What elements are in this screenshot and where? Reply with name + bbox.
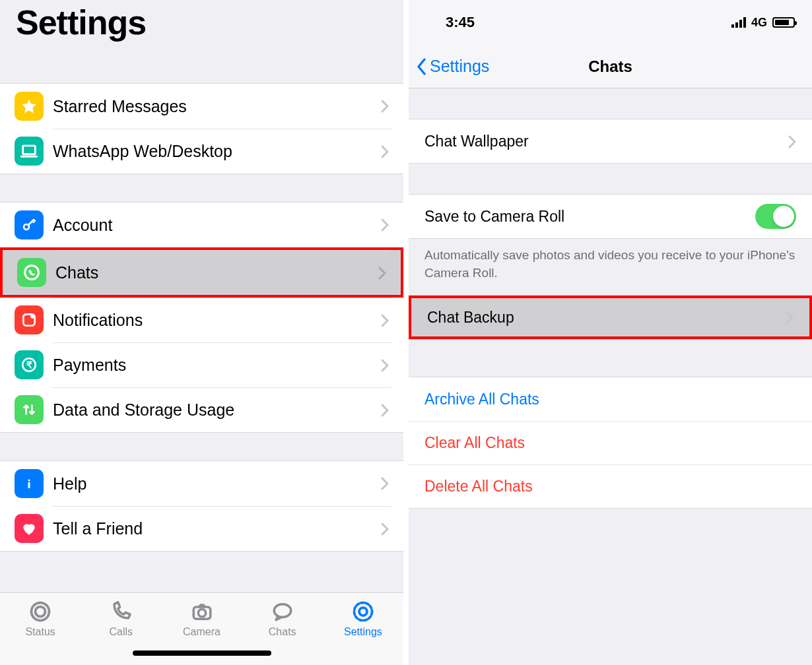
chevron-right-icon [381,404,389,417]
svg-point-5 [30,314,34,319]
tab-label: Settings [344,626,382,638]
battery-icon [772,17,795,28]
settings-row-starred-messages[interactable]: Starred Messages [0,84,403,129]
camera-icon [189,600,215,623]
row-label: Notifications [53,311,381,330]
status-icon [27,600,53,623]
chevron-right-icon [381,100,389,113]
chevron-right-icon [381,145,389,158]
tab-label: Calls [110,626,133,638]
laptop-icon [15,137,44,166]
back-label: Settings [430,57,489,76]
row-label: WhatsApp Web/Desktop [53,142,381,161]
row-label: Payments [53,356,381,375]
chevron-right-icon [381,522,389,536]
svg-point-10 [32,603,50,621]
status-time: 3:45 [446,14,475,31]
chevron-right-icon [381,359,389,372]
calls-icon [108,600,134,623]
chevron-right-icon [381,477,389,490]
settings-row-whatsapp-web-desktop[interactable]: WhatsApp Web/Desktop [0,129,403,174]
archive-all-chats-button[interactable]: Archive All Chats [409,377,812,421]
row-label: Archive All Chats [424,391,796,408]
row-label: Data and Storage Usage [53,400,381,420]
delete-all-chats-button[interactable]: Delete All Chats [409,464,812,508]
chats-settings-screen: 3:45 4G Settings Chats Chat Wallpaper Sa… [406,0,812,665]
svg-rect-9 [28,482,30,488]
svg-point-16 [359,608,367,616]
row-label: Clear All Chats [424,434,796,452]
tab-label: Chats [269,626,296,638]
chevron-right-icon [381,314,389,327]
settings-row-tell-a-friend[interactable]: Tell a Friend [0,506,403,551]
row-label: Delete All Chats [424,478,796,495]
settings-screen: Settings Starred MessagesWhatsApp Web/De… [0,0,406,665]
tab-settings[interactable]: Settings [323,600,403,638]
heart-icon [15,514,44,543]
settings-group-help: HelpTell a Friend [0,460,403,552]
chevron-right-icon [378,267,386,280]
key-icon [15,210,44,239]
arrows-icon [15,395,44,424]
tab-camera[interactable]: Camera [161,600,242,638]
chevron-right-icon [788,135,796,148]
home-indicator [133,650,271,656]
row-label: Save to Camera Roll [424,208,755,226]
page-title: Settings [0,0,403,55]
row-label: Help [53,474,381,493]
gear-icon [350,600,376,623]
network-type: 4G [751,16,767,30]
back-button[interactable]: Settings [417,57,489,76]
row-label: Chat Wallpaper [424,133,788,150]
svg-point-15 [354,603,372,621]
tab-calls[interactable]: Calls [81,600,161,638]
row-label: Tell a Friend [53,519,381,538]
svg-text:₹: ₹ [26,360,32,370]
save-camera-roll-row[interactable]: Save to Camera Roll [409,195,812,238]
settings-row-account[interactable]: Account [0,203,403,247]
chevron-right-icon [381,218,389,232]
settings-row-payments[interactable]: ₹Payments [0,342,403,387]
svg-point-3 [25,266,39,280]
svg-point-14 [274,604,291,618]
whatsapp-icon [17,258,46,287]
star-icon [15,92,44,121]
toggle-on[interactable] [755,204,796,229]
info-icon [15,469,44,498]
row-label: Chat Backup [427,309,786,327]
status-bar: 3:45 4G [409,0,812,45]
tab-label: Status [25,626,55,638]
chat-backup-row[interactable]: Chat Backup [409,296,812,339]
rupee-icon: ₹ [15,350,44,379]
svg-point-8 [28,480,30,482]
row-label: Chats [55,263,378,282]
settings-group-main: AccountChatsNotifications₹PaymentsData a… [0,202,403,433]
tab-label: Camera [183,626,220,638]
svg-point-11 [36,607,46,617]
svg-point-13 [198,609,205,616]
camera-roll-description: Automatically save photos and videos you… [409,239,812,295]
signal-icon [731,17,746,28]
row-label: Starred Messages [53,97,381,116]
settings-row-chats[interactable]: Chats [0,247,403,298]
settings-row-notifications[interactable]: Notifications [0,298,403,342]
settings-row-data-and-storage-usage[interactable]: Data and Storage Usage [0,387,403,432]
chats-icon [269,600,296,623]
chevron-right-icon [786,311,794,324]
svg-rect-0 [23,146,36,154]
chat-wallpaper-row[interactable]: Chat Wallpaper [409,119,812,163]
settings-group-starred: Starred MessagesWhatsApp Web/Desktop [0,83,403,174]
notif-icon [15,305,44,334]
settings-row-help[interactable]: Help [0,461,403,506]
tab-status[interactable]: Status [0,600,81,638]
clear-all-chats-button[interactable]: Clear All Chats [409,421,812,464]
tab-chats[interactable]: Chats [242,600,323,638]
row-label: Account [53,216,381,235]
navigation-bar: Settings Chats [409,45,812,88]
